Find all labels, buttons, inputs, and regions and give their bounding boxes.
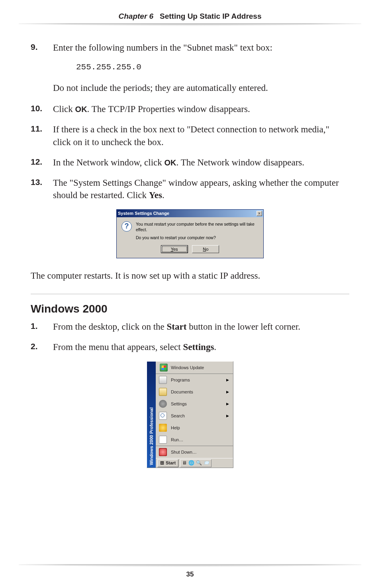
menu-item-label: Run…	[171, 437, 183, 443]
chapter-title-text: Setting Up Static IP Address	[160, 12, 262, 20]
menu-item-shutdown[interactable]: Shut Down…	[156, 446, 233, 458]
submenu-arrow-icon: ▶	[226, 401, 229, 406]
step-1-text-b: button in the lower left corner.	[186, 322, 300, 332]
dialog-titlebar: System Settings Change ×	[117, 210, 263, 217]
documents-icon	[159, 388, 167, 396]
dialog-figure: System Settings Change × ? You must rest…	[31, 209, 349, 258]
settings-icon	[159, 400, 167, 408]
yes-button[interactable]: Yes	[161, 245, 188, 253]
menu-item-label: Documents	[171, 389, 193, 395]
header-divider	[19, 23, 361, 26]
start-button-label: Start	[166, 460, 176, 466]
step-2: 2. From the menu that appears, select Se…	[31, 341, 349, 353]
step-1-start: Start	[167, 322, 187, 332]
running-header: Chapter 6 Setting Up Static IP Address	[0, 12, 380, 21]
search-icon	[159, 412, 167, 420]
step-2-settings: Settings	[183, 342, 214, 352]
menu-item-label: Programs	[171, 377, 190, 383]
menu-item-help[interactable]: Help	[156, 422, 233, 434]
programs-icon	[159, 376, 167, 384]
step-12-ok: OK	[165, 158, 176, 167]
windows-update-icon	[160, 364, 168, 372]
step-11-text: If there is a check in the box next to "…	[53, 123, 349, 148]
step-12: 12. In the Network window, click OK. The…	[31, 156, 349, 169]
start-menu-stripe: Windows 2000 Professional	[147, 362, 156, 468]
menu-item-programs[interactable]: Programs▶	[156, 374, 233, 386]
step-11-number: 11.	[31, 123, 53, 148]
start-button[interactable]: ⊞ Start	[157, 459, 178, 467]
start-menu-stripe-text: Windows 2000 Professional	[149, 405, 155, 468]
step-10-text-a: Click	[53, 104, 75, 114]
shutdown-icon	[159, 448, 167, 456]
menu-item-label: Shut Down…	[171, 449, 197, 455]
chapter-label: Chapter 6	[119, 12, 154, 20]
tray-icon[interactable]: 🖥	[182, 460, 187, 466]
menu-item-documents[interactable]: Documents▶	[156, 386, 233, 398]
main-content: 9. Enter the following numbers in the "S…	[31, 41, 349, 282]
step-12-number: 12.	[31, 156, 53, 169]
step-9-number: 9.	[31, 41, 53, 54]
step-11: 11. If there is a check in the box next …	[31, 123, 349, 148]
startmenu-figure: Windows 2000 Professional Windows Update…	[31, 361, 349, 468]
submenu-arrow-icon: ▶	[226, 413, 229, 418]
dialog-line2: Do you want to restart your computer now…	[136, 235, 259, 240]
closing-paragraph: The computer restarts. It is now set up …	[31, 269, 349, 282]
tray-icon[interactable]: 🌐	[188, 460, 194, 466]
page-number: 35	[0, 570, 380, 578]
no-button[interactable]: No	[192, 245, 219, 253]
menu-item-label: Settings	[171, 401, 187, 407]
step-12-text-a: In the Network window, click	[53, 157, 165, 167]
step-13: 13. The "System Settings Change" window …	[31, 177, 349, 201]
step-13-yes: Yes	[149, 190, 162, 200]
dialog-title: System Settings Change	[118, 210, 169, 216]
menu-item-windows-update[interactable]: Windows Update	[156, 364, 233, 372]
step-1-text-a: From the desktop, click on the	[53, 322, 167, 332]
step-9-text-a: Enter the following numbers in the "Subn…	[53, 43, 272, 53]
step-2-text-b: .	[214, 342, 216, 352]
menu-item-run-[interactable]: Run…	[156, 434, 233, 446]
submenu-arrow-icon: ▶	[226, 378, 229, 382]
system-settings-dialog: System Settings Change × ? You must rest…	[116, 209, 264, 258]
windows-logo-icon: ⊞	[160, 460, 164, 466]
help-icon	[159, 424, 167, 432]
section-title: Windows 2000	[31, 301, 349, 317]
menu-item-label: Windows Update	[171, 365, 204, 371]
submenu-arrow-icon: ▶	[226, 389, 229, 394]
step-12-text-b: . The Network window disappears.	[176, 157, 305, 167]
step-2-number: 2.	[31, 341, 53, 353]
menu-item-search[interactable]: Search▶	[156, 410, 233, 422]
step-13-text-a: The "System Settings Change" window appe…	[53, 178, 339, 200]
step-2-text-a: From the menu that appears, select	[53, 342, 183, 352]
step-10: 10. Click OK. The TCP/IP Properties wind…	[31, 103, 349, 115]
step-10-text-c: Properties window disappears.	[135, 104, 250, 114]
chapter-title	[155, 12, 160, 20]
step-9: 9. Enter the following numbers in the "S…	[31, 41, 349, 54]
start-menu: Windows 2000 Professional Windows Update…	[147, 361, 233, 468]
page-footer: 35	[0, 564, 380, 578]
step-13-number: 13.	[31, 177, 53, 201]
step-1: 1. From the desktop, click on the Start …	[31, 321, 349, 333]
step-10-number: 10.	[31, 103, 53, 115]
close-icon[interactable]: ×	[257, 211, 262, 216]
quick-launch: 🖥 🌐 🔍 📨	[180, 459, 212, 467]
section-divider	[31, 294, 349, 294]
step-1-number: 1.	[31, 321, 53, 333]
menu-item-settings[interactable]: Settings▶	[156, 398, 233, 410]
step-13-text-b: .	[162, 190, 165, 200]
step-10-ok: OK	[75, 105, 87, 114]
step-9-text-b: Do not include the periods; they are aut…	[53, 82, 349, 94]
step-10-tcpip: TCP/IP	[108, 104, 135, 114]
tray-icon[interactable]: 🔍	[196, 460, 202, 466]
ip-text: IP	[220, 271, 228, 281]
run--icon	[159, 436, 167, 444]
step-9-code: 255.255.255.0	[76, 62, 349, 73]
dialog-line1: You must restart your computer before th…	[136, 221, 259, 232]
menu-item-label: Help	[171, 425, 180, 431]
tray-icon[interactable]: 📨	[204, 460, 210, 466]
question-icon: ?	[121, 221, 132, 232]
step-10-text-b: . The	[87, 104, 108, 114]
taskbar: ⊞ Start 🖥 🌐 🔍 📨	[156, 458, 233, 468]
menu-item-label: Search	[171, 413, 185, 419]
